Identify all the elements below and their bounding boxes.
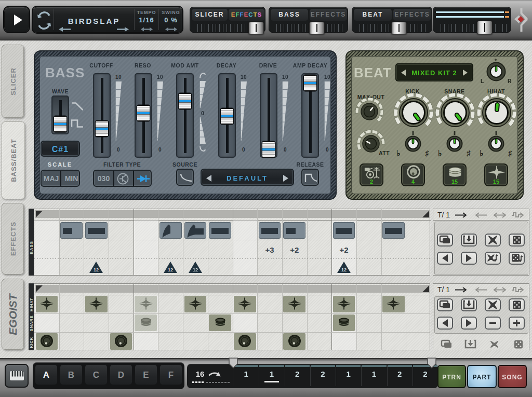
svg-text:12: 12 xyxy=(94,267,99,272)
svg-text:12: 12 xyxy=(341,267,347,272)
svg-text:0: 0 xyxy=(201,110,204,116)
svg-text:12: 12 xyxy=(168,267,173,272)
svg-text:12: 12 xyxy=(193,267,198,272)
